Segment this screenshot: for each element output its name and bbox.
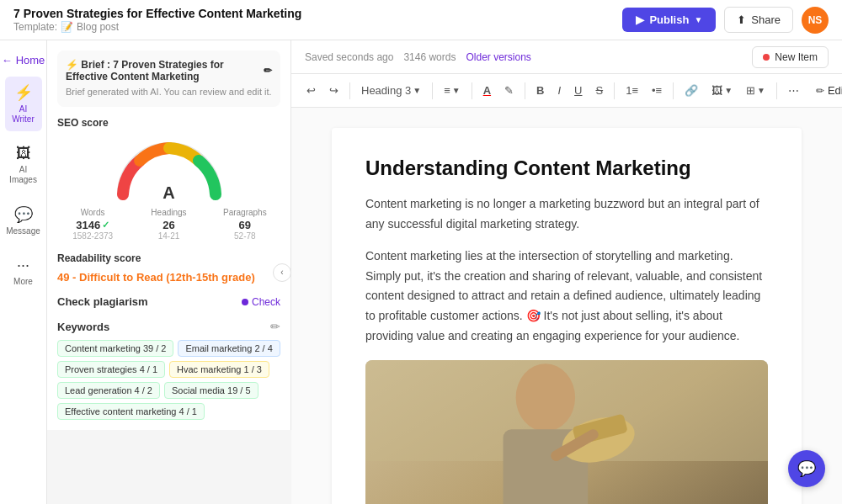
editor-toolbar: ↩ ↪ Heading 3 ▼ ≡ ▼ A ✎ B [291, 74, 842, 108]
stat-paragraphs-range: 52-78 [210, 231, 280, 241]
plagiarism-section: Check plagiarism Check [57, 295, 280, 308]
ordered-list-button[interactable]: 1≡ [621, 81, 643, 100]
keywords-header: Keywords ✏ [57, 320, 280, 333]
gauge-grade: A [163, 183, 174, 203]
sidebar-item-ai-writer[interactable]: ⚡ AI Writer [5, 77, 42, 131]
plagiarism-check-button[interactable]: Check [242, 296, 280, 308]
template-name: Blog post [77, 21, 119, 33]
plagiarism-label: Check plagiarism [57, 295, 148, 308]
more-icon: ··· [17, 257, 29, 274]
back-home-button[interactable]: ← Home [0, 50, 51, 70]
italic-icon: I [557, 84, 561, 97]
toolbar-separator-7 [776, 82, 777, 99]
publish-button[interactable]: ▶ Publish ▼ [622, 8, 716, 32]
italic-button[interactable]: I [552, 81, 566, 100]
editor-area: Saved seconds ago 3146 words Older versi… [291, 40, 842, 504]
edit-brief-icon[interactable]: ✏ [264, 65, 272, 77]
stat-paragraphs: Paragraphs 69 52-78 [210, 208, 280, 241]
image-icon: 🖼 [16, 145, 31, 162]
undo-button[interactable]: ↩ [301, 81, 321, 100]
keyword-tags: Content marketing 39 / 2Email marketing … [57, 340, 280, 420]
content-image [365, 360, 768, 504]
keyword-tag[interactable]: Social media 19 / 5 [164, 382, 258, 399]
link-icon: 🔗 [685, 84, 698, 97]
sidebar-item-more[interactable]: ··· More [5, 250, 42, 294]
older-versions-link[interactable]: Older versions [466, 51, 530, 63]
highlight-button[interactable]: ✎ [499, 81, 519, 100]
sidebar-item-message[interactable]: 💬 Message [5, 199, 42, 243]
stat-words: Words 3146 ✓ 1582-2373 [57, 208, 128, 241]
heading-chevron-icon: ▼ [413, 86, 421, 95]
keywords-title: Keywords [57, 321, 109, 333]
toolbar-separator-4 [525, 82, 525, 99]
align-icon: ≡ [444, 84, 450, 97]
table-icon: ⊞ [746, 84, 755, 97]
unordered-list-icon: •≡ [652, 84, 662, 97]
text-color-button[interactable]: A [478, 81, 496, 100]
more-formats-button[interactable]: ⋯ [783, 81, 804, 100]
topbar-left: 7 Proven Strategies for Effective Conten… [13, 7, 301, 33]
seo-gauge: A [57, 135, 280, 203]
brief-desc: Brief generated with AI. You can review … [66, 86, 272, 98]
toolbar-separator-1 [349, 82, 350, 99]
keyword-tag[interactable]: Effective content marketing 4 / 1 [57, 403, 205, 420]
chevron-down-icon: ▼ [694, 15, 702, 24]
editor-content[interactable]: Understanding Content Marketing Content … [291, 108, 842, 504]
bold-button[interactable]: B [531, 81, 549, 100]
more-formats-icon: ⋯ [788, 84, 799, 97]
keyword-tag[interactable]: Email marketing 2 / 4 [178, 340, 280, 357]
new-item-button[interactable]: New Item [752, 46, 829, 68]
keywords-edit-icon[interactable]: ✏ [270, 320, 280, 333]
stats-row: Words 3146 ✓ 1582-2373 Headings 26 14-21… [57, 208, 280, 241]
stat-paragraphs-label: Paragraphs [210, 208, 280, 217]
message-icon: 💬 [14, 205, 33, 224]
seo-panel-wrapper: ⚡ Brief : 7 Proven Strategies for Effect… [47, 40, 291, 504]
editing-mode-button[interactable]: ✏ Editing ▼ [811, 81, 842, 100]
keyword-tag[interactable]: Content marketing 39 / 2 [57, 340, 173, 357]
content-paragraph-2: Content marketing lies at the intersecti… [365, 247, 768, 347]
unordered-list-button[interactable]: •≡ [647, 81, 667, 100]
red-dot-icon [763, 54, 770, 61]
readability-title: Readability score [57, 252, 280, 264]
align-button[interactable]: ≡ ▼ [439, 81, 466, 100]
stat-headings-range: 14-21 [133, 231, 204, 241]
keyword-tag[interactable]: Hvac marketing 1 / 3 [169, 361, 269, 378]
ordered-list-icon: 1≡ [626, 84, 638, 97]
toolbar-separator-3 [472, 82, 472, 99]
checkmark-icon: ✓ [102, 220, 109, 231]
stat-words-label: Words [57, 208, 128, 217]
stat-paragraphs-value: 69 [210, 219, 280, 231]
strikethrough-button[interactable]: S [590, 81, 608, 100]
new-item-label: New Item [775, 51, 818, 63]
seo-score-title: SEO score [57, 117, 280, 129]
collapse-panel-button[interactable]: ‹ [273, 263, 291, 282]
link-button[interactable]: 🔗 [679, 81, 703, 100]
page-title: 7 Proven Strategies for Effective Conten… [13, 7, 301, 20]
stat-words-value: 3146 ✓ [57, 219, 128, 231]
table-button[interactable]: ⊞ ▼ [741, 81, 770, 100]
keyword-tag[interactable]: Proven strategies 4 / 1 [57, 361, 165, 378]
heading-selector-button[interactable]: Heading 3 ▼ [356, 81, 426, 100]
underline-button[interactable]: U [569, 81, 587, 100]
topbar-right: ▶ Publish ▼ ⬆ Share NS [622, 7, 829, 34]
check-label: Check [252, 296, 280, 308]
bold-icon: B [536, 84, 544, 97]
editing-label: Editing [828, 84, 842, 97]
avatar[interactable]: NS [802, 7, 829, 34]
seo-panel: ⚡ Brief : 7 Proven Strategies for Effect… [47, 40, 291, 430]
heading-selector-label: Heading 3 [361, 84, 411, 97]
toolbar-separator-5 [614, 82, 615, 99]
brief-text: ⚡ Brief : 7 Proven Strategies for Effect… [66, 59, 260, 82]
left-sidebar: ← Home ⚡ AI Writer 🖼 AI Images 💬 Message… [0, 40, 47, 504]
align-chevron-icon: ▼ [452, 86, 461, 95]
image-chevron-icon: ▼ [724, 86, 733, 95]
keyword-tag[interactable]: Lead generation 4 / 2 [57, 382, 160, 399]
chat-button[interactable]: 💬 [788, 450, 825, 487]
sidebar-item-ai-images[interactable]: 🖼 AI Images [5, 138, 42, 192]
share-button[interactable]: ⬆ Share [724, 7, 793, 33]
stat-words-range: 1582-2373 [57, 231, 128, 241]
editor-actions: New Item [752, 46, 829, 68]
content-paragraph-1: Content marketing is no longer a marketi… [365, 194, 768, 235]
image-insert-button[interactable]: 🖼 ▼ [706, 81, 738, 100]
redo-button[interactable]: ↪ [324, 81, 344, 100]
